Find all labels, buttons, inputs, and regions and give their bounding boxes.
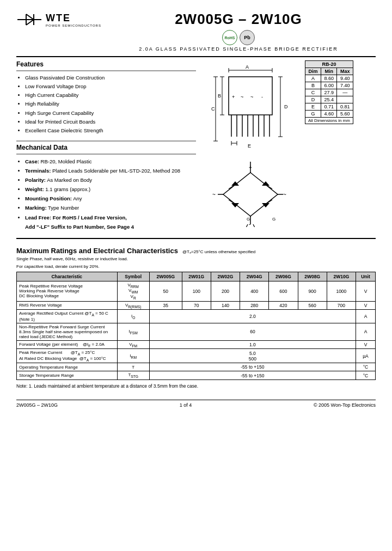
table-row: B 6.00 7.40 xyxy=(305,82,353,89)
char-cell: Average Rectified Output Current @TA = 5… xyxy=(17,310,118,323)
val-cell-span: 5.0500 xyxy=(149,349,356,363)
val-cell-span: 60 xyxy=(149,323,356,340)
col-unit: Unit xyxy=(356,272,375,281)
diode-symbol-icon xyxy=(16,11,42,28)
col-2w005g: 2W005G xyxy=(149,272,182,281)
table-title: RB-20 xyxy=(305,61,353,68)
col-symbol: Symbol xyxy=(117,272,149,281)
package-diagram-wrapper: + ~ ~ - A B C xyxy=(201,60,353,153)
dimension-table: RB-20 Dim Min Max A 8.60 9.40 xyxy=(305,60,353,124)
svg-text:~: ~ xyxy=(250,94,253,100)
mech-divider2 xyxy=(16,154,196,155)
val-cell-span: 2.0 xyxy=(149,310,356,323)
val-cell: 100 xyxy=(182,281,211,301)
table-row: G 4.60 5.60 xyxy=(305,111,353,118)
symbol-cell: IO xyxy=(117,310,149,323)
ratings-header: Maximum Ratings and Electrical Character… xyxy=(16,247,376,255)
char-cell: Storage Temperature Range xyxy=(17,371,118,380)
mech-divider xyxy=(16,140,196,142)
dim-min: 8.60 xyxy=(321,75,336,82)
list-item: Low Forward Voltage Drop xyxy=(25,82,196,91)
symbol-cell: T xyxy=(117,363,149,371)
val-cell: 140 xyxy=(211,301,240,310)
dim-max: 9.40 xyxy=(337,75,353,82)
symbol-cell: IRM xyxy=(117,349,149,363)
list-item: Ideal for Printed Circuit Boards xyxy=(25,118,196,126)
symbol-cell: VR(RMS) xyxy=(117,301,149,310)
table-row: Operating Temperature Range T -55 to +15… xyxy=(17,363,376,371)
svg-marker-44 xyxy=(262,203,270,207)
ratings-condition: @Tₐ=25°C unless otherwise specified xyxy=(182,249,255,254)
mechanical-section: Mechanical Data Case: RB-20, Molded Plas… xyxy=(16,140,196,231)
unit-cell: A xyxy=(356,323,375,340)
table-row: D 25.4 xyxy=(305,96,353,103)
mechanical-title: Mechanical Data xyxy=(16,144,196,151)
char-cell: Operating Temperature Range xyxy=(17,363,118,371)
col-header-min: Min xyxy=(321,68,336,75)
val-cell-span: -55 to +150 xyxy=(149,371,356,380)
package-diagram-svg: + ~ ~ - A B C xyxy=(201,60,299,153)
features-divider xyxy=(16,70,196,71)
col-2w04g: 2W04G xyxy=(240,272,269,281)
unit-cell: V xyxy=(356,281,375,301)
table-row: A 8.60 9.40 xyxy=(305,75,353,82)
char-cell: Peak Repetitive Reverse VoltageWorking P… xyxy=(17,281,118,301)
electrical-table: Characteristic Symbol 2W005G 2W01G 2W02G… xyxy=(16,272,376,380)
features-title: Features xyxy=(16,60,196,68)
diagram-column: + ~ ~ - A B C xyxy=(201,60,376,231)
char-cell: Non-Repetitive Peak Forward Surge Curren… xyxy=(17,323,118,340)
val-cell: 420 xyxy=(269,301,298,310)
svg-text:B: B xyxy=(218,93,221,99)
list-item: Mounting Position: Any xyxy=(25,194,196,203)
val-cell: 200 xyxy=(211,281,240,301)
footer-left: 2W005G – 2W10G xyxy=(16,402,58,408)
dim-min: 0.71 xyxy=(321,103,336,111)
logo-area: WTE POWER SEMICONDUCTORS xyxy=(16,11,101,28)
svg-text:D: D xyxy=(284,104,288,109)
val-cell-span: -55 to +150 xyxy=(149,363,356,371)
brand-text: WTE POWER SEMICONDUCTORS xyxy=(46,13,101,27)
features-column: Features Glass Passivated Die Constructi… xyxy=(16,60,196,231)
col-2w02g: 2W02G xyxy=(211,272,240,281)
svg-text:G: G xyxy=(272,217,275,222)
svg-marker-42 xyxy=(231,181,239,186)
symbol-cell: IFSM xyxy=(117,323,149,340)
val-cell: 70 xyxy=(182,301,211,310)
dim-min: 27.9 xyxy=(321,89,336,96)
table-row: Forward Voltage (per element) @IF = 2.0A… xyxy=(17,340,376,349)
dim-label: E xyxy=(305,103,321,111)
unit-cell: °C xyxy=(356,371,375,380)
page-footer: 2W005G – 2W10G 1 of 4 © 2005 Won-Top Ele… xyxy=(16,400,376,408)
dim-label: G xyxy=(305,111,321,118)
list-item: Polarity: As Marked on Body xyxy=(25,175,196,185)
dim-max xyxy=(337,96,353,103)
unit-cell: A xyxy=(356,310,375,323)
list-item: High Reliability xyxy=(25,100,196,108)
brand-name: WTE xyxy=(46,13,101,24)
svg-marker-40 xyxy=(262,181,270,186)
val-cell: 1000 xyxy=(327,281,356,301)
col-characteristic: Characteristic xyxy=(17,272,118,281)
svg-text:G: G xyxy=(247,217,250,222)
dim-max: — xyxy=(337,89,353,96)
mechanical-list: Case: RB-20, Molded Plastic Terminals: P… xyxy=(16,157,196,231)
val-cell: 400 xyxy=(240,281,269,301)
table-row: RMS Reverse Voltage VR(RMS) 35 70 140 28… xyxy=(17,301,376,310)
pb-badge: Pb xyxy=(240,30,255,45)
table-row: E 0.71 0.81 xyxy=(305,103,353,111)
table-row: Storage Temperature Range TSTG -55 to +1… xyxy=(17,371,376,380)
svg-text:~: ~ xyxy=(241,94,243,100)
table-row: Average Rectified Output Current @TA = 5… xyxy=(17,310,376,323)
char-cell: Forward Voltage (per element) @IF = 2.0A xyxy=(17,340,118,349)
ratings-divider xyxy=(16,238,376,239)
list-item: High Current Capability xyxy=(25,91,196,100)
page-header: WTE POWER SEMICONDUCTORS 2W005G – 2W10G … xyxy=(16,11,376,52)
svg-text:~: ~ xyxy=(283,192,286,198)
features-diagram-section: Features Glass Passivated Die Constructi… xyxy=(16,60,376,231)
svg-marker-38 xyxy=(223,173,278,216)
svg-line-58 xyxy=(253,224,256,227)
unit-cell: µA xyxy=(356,349,375,363)
dim-max: 0.81 xyxy=(337,103,353,111)
list-item: Glass Passivated Die Construction xyxy=(25,74,196,82)
dim-min: 4.60 xyxy=(321,111,336,118)
